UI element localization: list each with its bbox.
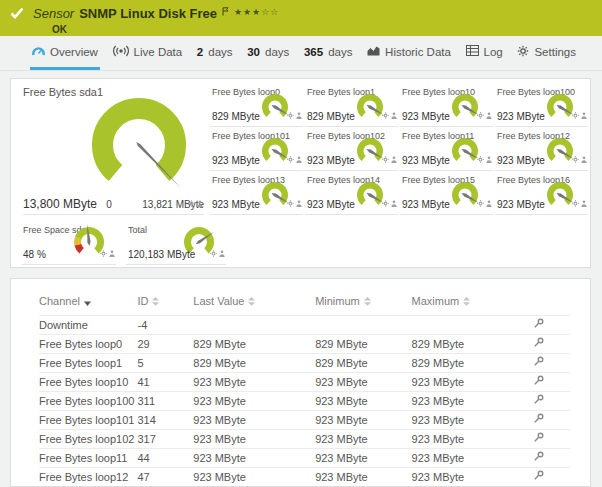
table-row-free-bytes-loop101[interactable]: Free Bytes loop101 314 923 MByte 923 MBy…: [39, 410, 570, 429]
mini-gear-icon[interactable]: [287, 193, 294, 211]
gauge-mini-actions[interactable]: [210, 243, 225, 261]
tab-historic-data[interactable]: Historic Data: [365, 36, 453, 70]
wrench-icon[interactable]: [533, 357, 544, 369]
gauge-mini-actions[interactable]: [382, 149, 397, 167]
mini-person-icon[interactable]: [486, 149, 492, 167]
mini-gear-icon[interactable]: [572, 149, 579, 167]
mini-person-icon[interactable]: [296, 193, 302, 211]
column-header-id[interactable]: ID: [137, 293, 193, 315]
gauge-cell-free-bytes-loop13[interactable]: Free Bytes loop13 923 MByte: [210, 171, 303, 215]
tab-overview[interactable]: Overview: [30, 36, 100, 70]
tab-settings[interactable]: Settings: [515, 36, 578, 70]
table-row-free-bytes-loop0[interactable]: Free Bytes loop0 29 829 MByte 829 MByte …: [39, 334, 570, 353]
gauge-mini-actions[interactable]: [100, 243, 115, 261]
wrench-icon[interactable]: [533, 319, 544, 331]
mini-gear-icon[interactable]: [188, 193, 195, 211]
tab-live-data[interactable]: Live Data: [111, 36, 185, 70]
sort-desc-icon[interactable]: [84, 296, 91, 308]
tab-log[interactable]: Log: [464, 36, 505, 70]
mini-person-icon[interactable]: [296, 105, 302, 123]
gauge-cell-free-bytes-loop16[interactable]: Free Bytes loop16 923 MByte: [495, 171, 588, 215]
mini-person-icon[interactable]: [109, 243, 115, 261]
column-header-channel[interactable]: Channel: [39, 293, 137, 315]
mini-person-icon[interactable]: [581, 105, 587, 123]
mini-gear-icon[interactable]: [572, 193, 579, 211]
gauge-mini-actions[interactable]: [477, 193, 492, 211]
gauge-cell-free-bytes-loop100[interactable]: Free Bytes loop100 923 MByte: [495, 83, 588, 127]
cell-id: 317: [137, 429, 193, 448]
gauge-cell-free-bytes-loop15[interactable]: Free Bytes loop15 923 MByte: [400, 171, 493, 215]
table-row-free-bytes-loop1[interactable]: Free Bytes loop1 5 829 MByte 829 MByte 8…: [39, 353, 570, 372]
wrench-icon[interactable]: [533, 338, 544, 350]
gauge-mini-actions[interactable]: [188, 193, 203, 211]
mini-person-icon[interactable]: [197, 193, 203, 211]
settings-gear-icon: [517, 45, 529, 59]
column-header-minimum[interactable]: Minimum: [315, 293, 411, 315]
mini-gear-icon[interactable]: [287, 105, 294, 123]
gauge-mini-actions[interactable]: [382, 105, 397, 123]
mini-gear-icon[interactable]: [287, 149, 294, 167]
wrench-icon[interactable]: [533, 471, 544, 483]
mini-gear-icon[interactable]: [572, 105, 579, 123]
mini-person-icon[interactable]: [581, 193, 587, 211]
mini-person-icon[interactable]: [391, 149, 397, 167]
gauge-cell-free-space-sda1[interactable]: Free Space sda1 48 %: [21, 221, 116, 265]
mini-gear-icon[interactable]: [100, 243, 107, 261]
tab-2-days[interactable]: 2days: [195, 36, 235, 70]
tab-365-days[interactable]: 365days: [302, 36, 354, 70]
gauge-mini-actions[interactable]: [572, 105, 587, 123]
gauge-mini-actions[interactable]: [572, 149, 587, 167]
gauge-cell-free-bytes-loop14[interactable]: Free Bytes loop14 923 MByte: [305, 171, 398, 215]
wrench-icon[interactable]: [533, 414, 544, 426]
gauge-mini-actions[interactable]: [477, 105, 492, 123]
mini-person-icon[interactable]: [391, 105, 397, 123]
sort-both-icon[interactable]: [463, 296, 470, 308]
wrench-icon[interactable]: [533, 395, 544, 407]
wrench-icon[interactable]: [533, 433, 544, 445]
mini-gear-icon[interactable]: [477, 193, 484, 211]
wrench-icon[interactable]: [533, 452, 544, 464]
gauge-mini-actions[interactable]: [382, 193, 397, 211]
sort-both-icon[interactable]: [364, 296, 371, 308]
sort-both-icon[interactable]: [248, 296, 255, 308]
gauge-cell-free-bytes-loop1[interactable]: Free Bytes loop1 829 MByte: [305, 83, 398, 127]
wrench-icon[interactable]: [533, 376, 544, 388]
flag-icon[interactable]: [222, 4, 229, 18]
tab-30-days[interactable]: 30days: [245, 36, 291, 70]
table-row-free-bytes-loop102[interactable]: Free Bytes loop102 317 923 MByte 923 MBy…: [39, 429, 570, 448]
mini-person-icon[interactable]: [296, 149, 302, 167]
gauge-cell-total[interactable]: Total 120,183 MByte: [126, 221, 226, 265]
mini-gear-icon[interactable]: [382, 149, 389, 167]
table-row-downtime[interactable]: Downtime -4: [39, 315, 570, 334]
gauge-cell-free-bytes-loop10[interactable]: Free Bytes loop10 923 MByte: [400, 83, 493, 127]
gauge-mini-actions[interactable]: [287, 105, 302, 123]
mini-gear-icon[interactable]: [477, 105, 484, 123]
mini-person-icon[interactable]: [581, 149, 587, 167]
gauge-mini-actions[interactable]: [477, 149, 492, 167]
mini-person-icon[interactable]: [486, 193, 492, 211]
gauge-cell-free-bytes-loop0[interactable]: Free Bytes loop0 829 MByte: [210, 83, 303, 127]
gauge-mini-actions[interactable]: [572, 193, 587, 211]
gauge-main-cell[interactable]: Free Bytes sda1 13,800 MByte 0 13,821 MB…: [21, 83, 210, 215]
gauge-cell-free-bytes-loop101[interactable]: Free Bytes loop101 923 MByte: [210, 127, 303, 171]
mini-person-icon[interactable]: [219, 243, 225, 261]
priority-stars[interactable]: ★★★☆☆: [234, 5, 279, 19]
mini-gear-icon[interactable]: [477, 149, 484, 167]
mini-person-icon[interactable]: [391, 193, 397, 211]
gauge-mini-actions[interactable]: [287, 193, 302, 211]
column-header-last-value[interactable]: Last Value: [193, 293, 315, 315]
mini-gear-icon[interactable]: [210, 243, 217, 261]
mini-person-icon[interactable]: [486, 105, 492, 123]
gauge-cell-free-bytes-loop102[interactable]: Free Bytes loop102 923 MByte: [305, 127, 398, 171]
gauge-cell-free-bytes-loop11[interactable]: Free Bytes loop11 923 MByte: [400, 127, 493, 171]
column-header-maximum[interactable]: Maximum: [412, 293, 506, 315]
sort-both-icon[interactable]: [152, 296, 159, 308]
table-row-free-bytes-loop10[interactable]: Free Bytes loop10 41 923 MByte 923 MByte…: [39, 372, 570, 391]
table-row-free-bytes-loop11[interactable]: Free Bytes loop11 44 923 MByte 923 MByte…: [39, 448, 570, 467]
mini-gear-icon[interactable]: [382, 105, 389, 123]
table-row-free-bytes-loop12[interactable]: Free Bytes loop12 47 923 MByte 923 MByte…: [39, 467, 570, 486]
gauge-mini-actions[interactable]: [287, 149, 302, 167]
table-row-free-bytes-loop100[interactable]: Free Bytes loop100 311 923 MByte 923 MBy…: [39, 391, 570, 410]
mini-gear-icon[interactable]: [382, 193, 389, 211]
gauge-cell-free-bytes-loop12[interactable]: Free Bytes loop12 923 MByte: [495, 127, 588, 171]
